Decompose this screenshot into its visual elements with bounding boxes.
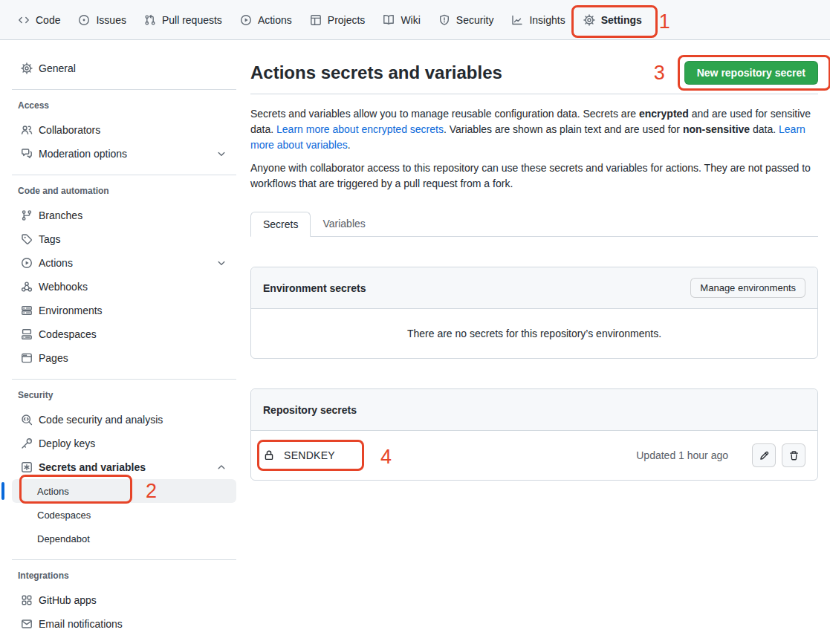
sidebar-subitem-dependabot[interactable]: Dependabot — [12, 527, 236, 550]
github-settings-page: Code Issues Pull requests Actions Projec… — [0, 0, 830, 644]
nav-item-settings[interactable]: Settings 1 — [577, 0, 648, 39]
sidebar-item-branches[interactable]: Branches — [12, 204, 236, 227]
divider — [12, 175, 236, 175]
graph-icon — [511, 14, 523, 26]
new-repository-secret-button[interactable]: New repository secret — [684, 61, 818, 85]
sidebar-subitem-codespaces[interactable]: Codespaces — [12, 503, 236, 527]
nav-label: Issues — [96, 14, 126, 26]
selected-item-bar — [1, 482, 4, 500]
sidebar-item-deploy-keys[interactable]: Deploy keys — [12, 432, 236, 455]
secret-updated-text: Updated 1 hour ago — [636, 449, 728, 461]
section-title-security: Security — [12, 390, 236, 400]
sidebar-item-collaborators[interactable]: Collaborators — [12, 118, 236, 142]
tab-variables[interactable]: Variables — [311, 212, 377, 237]
description-paragraph: Anyone with collaborator access to this … — [250, 160, 818, 192]
annotation-number-3: 3 — [654, 63, 665, 83]
divider — [12, 559, 236, 560]
nav-label: Wiki — [401, 14, 420, 26]
divider — [12, 89, 236, 90]
page-description: Secrets and variables allow you to manag… — [250, 106, 818, 192]
sidebar-item-code-security-and-analysis[interactable]: Code security and analysis — [12, 408, 236, 432]
lock-icon — [263, 449, 275, 461]
environment-secrets-empty-text: There are no secrets for this repository… — [251, 309, 817, 358]
webhook-icon — [21, 281, 33, 293]
issue-opened-icon — [78, 14, 90, 26]
edit-secret-button[interactable] — [752, 443, 776, 467]
git-pull-request-icon — [144, 14, 156, 26]
nav-item-wiki[interactable]: Wiki — [377, 0, 426, 39]
sidebar-item-label: Deploy keys — [39, 438, 95, 449]
sidebar-item-email-notifications[interactable]: Email notifications — [12, 612, 236, 636]
nav-label: Code — [36, 14, 60, 26]
environment-secrets-box: Environment secrets Manage environments … — [250, 267, 818, 359]
nav-label: Security — [456, 14, 494, 26]
annotation-box-2 — [19, 475, 132, 504]
sidebar-subitem-actions[interactable]: Actions 2 — [12, 479, 236, 503]
sidebar-item-pages[interactable]: Pages — [12, 346, 236, 370]
codescan-icon — [21, 414, 33, 426]
trash-icon — [788, 450, 800, 461]
play-icon — [240, 14, 252, 26]
sidebar-item-actions[interactable]: Actions — [12, 251, 236, 275]
manage-environments-button[interactable]: Manage environments — [690, 278, 805, 298]
table-icon — [310, 14, 322, 26]
settings-sidebar: General Access Collaborators Moderation … — [0, 40, 239, 636]
sidebar-subitem-label: Dependabot — [37, 533, 90, 544]
sidebar-subitem-label: Codespaces — [37, 510, 91, 521]
sidebar-item-github-apps[interactable]: GitHub apps — [12, 588, 236, 612]
chevron-down-icon — [215, 148, 227, 160]
tab-secrets[interactable]: Secrets — [250, 212, 311, 237]
sidebar-item-label: Webhooks — [39, 281, 88, 293]
sidebar-item-label: Code security and analysis — [39, 414, 163, 426]
sidebar-item-codespaces[interactable]: Codespaces — [12, 322, 236, 346]
sidebar-item-label: Tags — [39, 233, 61, 245]
nav-item-projects[interactable]: Projects — [304, 0, 372, 39]
sidebar-item-label: Codespaces — [39, 328, 97, 340]
sidebar-item-label: Secrets and variables — [39, 461, 146, 473]
learn-more-link[interactable]: Learn more about encrypted secrets — [276, 123, 444, 135]
page-title: Actions secrets and variables — [250, 62, 502, 84]
nav-item-insights[interactable]: Insights — [505, 0, 571, 39]
server-icon — [21, 305, 33, 316]
nav-item-issues[interactable]: Issues — [72, 0, 132, 39]
environment-secrets-title: Environment secrets — [263, 282, 366, 294]
sidebar-item-label: GitHub apps — [39, 594, 97, 606]
code-icon — [18, 14, 30, 26]
sidebar-item-secrets-and-variables[interactable]: Secrets and variables — [12, 455, 236, 479]
sidebar-item-webhooks[interactable]: Webhooks — [12, 275, 236, 299]
book-icon — [383, 14, 395, 26]
key-asterisk-icon — [21, 461, 33, 473]
nav-item-code[interactable]: Code — [12, 0, 66, 39]
people-icon — [21, 124, 33, 136]
nav-item-pull-requests[interactable]: Pull requests — [138, 0, 228, 39]
sidebar-item-label: Pages — [39, 352, 68, 364]
section-title-integrations: Integrations — [12, 570, 236, 581]
sidebar-item-label: General — [39, 62, 76, 74]
sidebar-item-label: Branches — [39, 209, 82, 221]
nav-label: Actions — [258, 14, 292, 26]
annotation-number-4: 4 — [380, 447, 392, 467]
nav-item-security[interactable]: Security — [432, 0, 500, 39]
sidebar-item-general[interactable]: General — [12, 56, 236, 80]
secret-name: SENDKEY — [284, 449, 335, 461]
play-icon — [21, 257, 33, 269]
nav-label: Settings — [601, 14, 642, 26]
nav-label: Projects — [328, 14, 366, 26]
sidebar-item-environments[interactable]: Environments — [12, 299, 236, 322]
pencil-icon — [759, 450, 770, 461]
codespaces-icon — [21, 328, 33, 340]
nav-item-actions[interactable]: Actions — [234, 0, 298, 39]
sidebar-item-label: Collaborators — [39, 124, 100, 136]
active-tab-underline — [582, 36, 643, 37]
git-branch-icon — [21, 209, 33, 221]
sidebar-item-moderation-options[interactable]: Moderation options — [12, 142, 236, 166]
apps-icon — [21, 594, 33, 606]
mail-icon — [21, 618, 33, 630]
delete-secret-button[interactable] — [782, 443, 805, 467]
main-content: Actions secrets and variables New reposi… — [239, 40, 830, 481]
repository-secrets-title: Repository secrets — [263, 404, 357, 416]
chevron-up-icon — [215, 461, 227, 473]
gear-icon — [21, 62, 33, 74]
sidebar-item-tags[interactable]: Tags — [12, 227, 236, 251]
nav-label: Insights — [529, 14, 565, 26]
